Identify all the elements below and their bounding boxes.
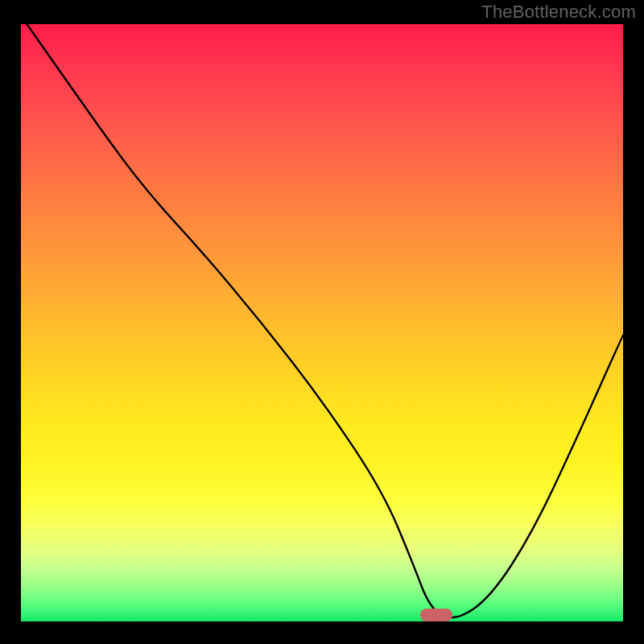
optimal-marker bbox=[420, 609, 452, 621]
chart-frame: TheBottleneck.com bbox=[0, 0, 644, 644]
watermark-text: TheBottleneck.com bbox=[481, 2, 636, 23]
bottleneck-curve bbox=[21, 24, 623, 621]
plot-area bbox=[21, 24, 623, 621]
